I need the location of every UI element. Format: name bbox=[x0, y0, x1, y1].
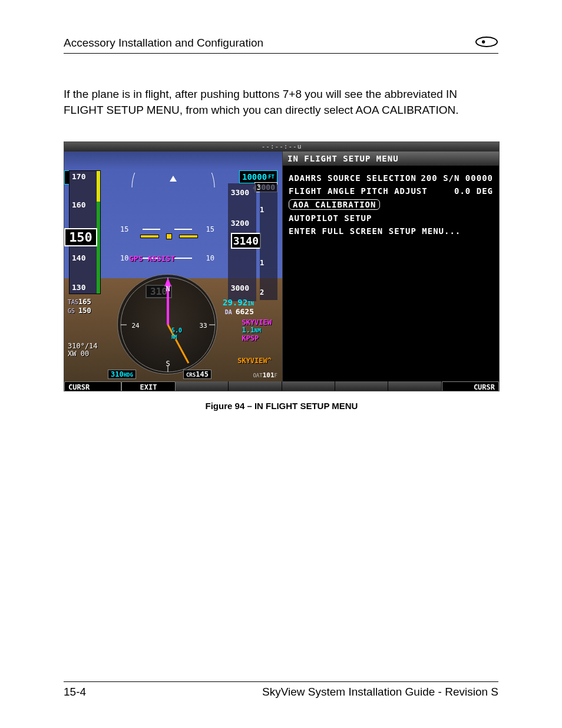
softkey-blank bbox=[388, 381, 441, 391]
softkey-blank bbox=[176, 381, 229, 391]
tas-gs-block: TAS165 GS 150 bbox=[68, 298, 91, 315]
page-header: Accessory Installation and Configuration bbox=[64, 35, 498, 54]
as-tick: 160 bbox=[72, 200, 85, 209]
header-title: Accessory Installation and Configuration bbox=[64, 37, 263, 50]
density-alt: DA 6625 bbox=[225, 307, 254, 316]
svg-point-0 bbox=[476, 37, 497, 47]
as-tick: 170 bbox=[72, 172, 85, 181]
svg-point-1 bbox=[482, 40, 485, 43]
airspeed-readout: 150 bbox=[64, 228, 97, 246]
pitch-ladder: 1515 1010 bbox=[120, 205, 214, 283]
alt-tick: 3000 bbox=[231, 284, 249, 292]
menu-item-label: AUTOPILOT SETUP bbox=[289, 213, 372, 223]
wpt-unit: NM bbox=[254, 328, 261, 334]
menu-title: IN FLIGHT SETUP MENU bbox=[283, 151, 499, 166]
svg-marker-2 bbox=[170, 176, 177, 182]
softkey-blank bbox=[282, 381, 335, 391]
doc-title: SkyView System Installation Guide - Revi… bbox=[262, 686, 498, 699]
wind-block: 310°/14 XW 00 bbox=[68, 342, 98, 358]
page-footer: 15-4 SkyView System Installation Guide -… bbox=[64, 681, 498, 699]
aircraft-symbol-icon bbox=[141, 232, 197, 241]
baro-readout: 29.92IN bbox=[223, 298, 254, 307]
softkey-blank bbox=[229, 381, 282, 391]
oat-readout: OAT101F bbox=[253, 371, 277, 379]
status-bar: --:--:--u bbox=[64, 142, 499, 151]
altitude-target: 10000 bbox=[242, 172, 267, 182]
menu-item-list: ADAHRS SOURCE SELECTION 200 S/N 00000 FL… bbox=[283, 166, 499, 243]
alt-tick: 3200 bbox=[231, 219, 249, 228]
menu-item-label: FLIGHT ANGLE PITCH ADJUST bbox=[289, 186, 428, 196]
as-tick: 130 bbox=[72, 283, 85, 292]
pitch-num: 10 bbox=[206, 254, 214, 262]
softkey-bar: CURSR EXIT CURSR bbox=[64, 381, 499, 391]
menu-item-aoa-calibration[interactable]: AOA CALIBRATION bbox=[289, 197, 493, 212]
page-number: 15-4 bbox=[64, 686, 86, 699]
setup-menu-panel: IN FLIGHT SETUP MENU ADAHRS SOURCE SELEC… bbox=[282, 151, 499, 381]
gs-value: 150 bbox=[78, 307, 91, 315]
as-tick: 140 bbox=[72, 253, 85, 262]
menu-item-autopilot[interactable]: AUTOPILOT SETUP bbox=[289, 212, 493, 225]
waypoint-block: SKYVIEW 1.1NM KPSP bbox=[242, 319, 272, 342]
svg-text:24: 24 bbox=[131, 322, 140, 330]
figure-screenshot: --:--:--u 150KTS 170 160 140 130 150 bbox=[64, 141, 500, 411]
pfd-display: 150KTS 170 160 140 130 150 10000FT 3000 bbox=[64, 151, 282, 381]
brand-logo-icon bbox=[475, 35, 498, 51]
softkey-blank bbox=[335, 381, 388, 391]
wpt-id: KPSP bbox=[242, 335, 272, 342]
figure-caption: Figure 94 – IN FLIGHT SETUP MENU bbox=[64, 401, 500, 411]
vsi-tick: 1 bbox=[260, 206, 264, 214]
menu-item-label: ADAHRS SOURCE SELECTION bbox=[289, 173, 416, 183]
svg-text:N: N bbox=[166, 285, 170, 293]
vsi-tick: 2 bbox=[260, 288, 264, 297]
gps-assist-label: GPS ASSIST bbox=[129, 254, 175, 263]
pitch-num: 15 bbox=[120, 225, 128, 233]
tas-value: 165 bbox=[78, 298, 91, 306]
waypoint-marker: SKYVIEW^ bbox=[237, 357, 272, 365]
altitude-target-box: 10000FT bbox=[239, 170, 277, 183]
wpt-dist: 1.1 bbox=[242, 326, 254, 334]
menu-item-adahrs[interactable]: ADAHRS SOURCE SELECTION 200 S/N 00000 bbox=[289, 172, 493, 185]
menu-item-full-setup[interactable]: ENTER FULL SCREEN SETUP MENU... bbox=[289, 225, 493, 238]
crs-value: 145 bbox=[196, 370, 209, 378]
svg-text:S: S bbox=[166, 360, 170, 368]
body-paragraph: If the plane is in flight, after pushing… bbox=[64, 87, 498, 118]
vsi-tape: 1 1 2 bbox=[260, 185, 277, 300]
alt-tick: 3300 bbox=[231, 188, 249, 197]
hdg-bug: 310 bbox=[111, 370, 124, 378]
altitude-unit: FT bbox=[268, 174, 275, 180]
menu-item-value: 200 S/N 00000 bbox=[421, 173, 493, 183]
menu-item-label: AOA CALIBRATION bbox=[289, 199, 380, 210]
menu-item-pitch-adjust[interactable]: FLIGHT ANGLE PITCH ADJUST 0.0 DEG bbox=[289, 185, 493, 197]
svg-text:33: 33 bbox=[199, 322, 207, 330]
wind-xw: 00 bbox=[81, 350, 89, 358]
pitch-num: 15 bbox=[206, 225, 214, 233]
range-ring-label: 5.0NM bbox=[171, 327, 182, 340]
compass-rose: N 33 24 S bbox=[117, 274, 217, 374]
menu-item-value: 0.0 DEG bbox=[454, 186, 493, 196]
softkey-cursr-right[interactable]: CURSR bbox=[442, 381, 499, 391]
menu-item-label: ENTER FULL SCREEN SETUP MENU... bbox=[289, 226, 461, 236]
pitch-num: 10 bbox=[120, 254, 128, 262]
hdg-crs-row: 310HDG CRS145 bbox=[108, 370, 211, 379]
softkey-cursr-left[interactable]: CURSR bbox=[64, 381, 121, 391]
altitude-readout: 3140 bbox=[231, 233, 261, 249]
vsi-tick: 1 bbox=[260, 259, 264, 267]
softkey-exit[interactable]: EXIT bbox=[121, 381, 175, 391]
roll-scale-icon bbox=[126, 173, 220, 193]
